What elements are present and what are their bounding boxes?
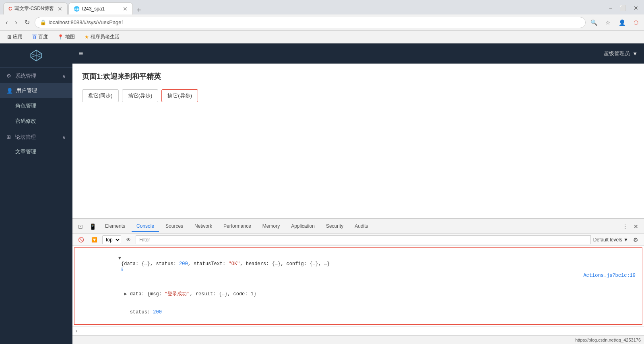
apps-icon: ⊞ <box>7 34 11 40</box>
console-main-text: {data: {…}, status: 200, statusText: "OK… <box>118 261 330 267</box>
devtools-tab-performance[interactable]: Performance <box>219 221 256 232</box>
devtools-panel: ⊡ 📱 Elements Console Sources Network <box>72 218 644 335</box>
sidebar-item-article-label: 文章管理 <box>15 148 36 155</box>
sidebar-item-user-management[interactable]: 👤 用户管理 <box>0 83 72 98</box>
console-expand-arrow[interactable]: ▼ <box>118 255 121 261</box>
back-button[interactable]: ‹ <box>3 17 10 28</box>
sidebar-section-system: ⚙ 系统管理 ∧ 👤 用户管理 角色管理 <box>0 68 72 129</box>
main-header: ≡ 超级管理员 ▼ <box>72 43 644 64</box>
status-url: https://blog.csdn.net/qq_4253176 <box>575 338 641 342</box>
devtools-tab-security[interactable]: Security <box>321 221 348 232</box>
async-button-1[interactable]: 搞它(异步) <box>122 89 159 102</box>
forward-button[interactable]: › <box>12 17 19 28</box>
bookmark-map[interactable]: 📍 地图 <box>55 33 77 41</box>
sidebar-item-role-label: 角色管理 <box>15 102 36 109</box>
devtools-tab-application[interactable]: Application <box>286 221 320 232</box>
blog-icon: ★ <box>85 34 89 40</box>
devtools-close-icon[interactable]: ✕ <box>631 222 641 231</box>
tab-csdn-label: 写文章-CSDN博客 <box>14 5 54 12</box>
context-select[interactable]: top <box>102 235 121 244</box>
console-prompt-bar: › <box>72 326 644 335</box>
settings-icon: ⚙ <box>6 73 11 79</box>
console-info-icon: ℹ <box>118 267 123 273</box>
tab-spa1-label: t243_spa1 <box>82 6 105 12</box>
sidebar-section-forum-header[interactable]: ⊞ 论坛管理 ∧ <box>0 129 72 144</box>
devtools-tab-console[interactable]: Console <box>132 221 159 232</box>
sidebar-item-role-management[interactable]: 角色管理 <box>0 98 72 113</box>
console-line-2: status: 200 <box>78 303 639 321</box>
bookmark-apps[interactable]: ⊞ 应用 <box>5 33 25 41</box>
close-window-button[interactable]: ✕ <box>631 3 641 13</box>
bookmark-blog[interactable]: ★ 程序员老生活 <box>82 33 122 41</box>
bookmark-baidu[interactable]: 百 百度 <box>30 33 50 41</box>
async-button-2[interactable]: 搞它(异步) <box>161 89 198 102</box>
levels-dropdown[interactable]: Default levels ▼ <box>593 237 628 243</box>
devtools-tab-audits[interactable]: Audits <box>350 221 373 232</box>
eye-icon[interactable]: 👁 <box>124 235 133 244</box>
spa1-favicon: 🌐 <box>74 6 80 12</box>
devtools-tab-sources[interactable]: Sources <box>161 221 188 232</box>
devtools-tab-network[interactable]: Network <box>190 221 217 232</box>
devtools-inspect-icon[interactable]: ⊡ <box>76 222 85 231</box>
devtools-tab-elements[interactable]: Elements <box>100 221 130 232</box>
sidebar-item-password-change[interactable]: 密码修改 <box>0 113 72 129</box>
restore-button[interactable]: ⬜ <box>617 3 629 13</box>
logo-icon <box>29 48 43 63</box>
button-group: 盘它(同步) 搞它(异步) 搞它(异步) <box>82 89 634 102</box>
console-filter-icon[interactable]: 🔽 <box>89 235 100 244</box>
app-sidebar: ⚙ 系统管理 ∧ 👤 用户管理 角色管理 <box>0 43 72 344</box>
console-main-line: ▼ {data: {…}, status: 200, statusText: "… <box>78 249 639 284</box>
chevron-down-icon: ∧ <box>62 134 66 140</box>
menu-toggle-icon[interactable]: ≡ <box>79 49 83 58</box>
chevron-up-icon: ∧ <box>62 73 66 79</box>
bookmark-baidu-label: 百度 <box>38 33 48 40</box>
tab-csdn[interactable]: C 写文章-CSDN博客 ✕ <box>3 2 68 14</box>
devtools-settings-icon[interactable]: ⚙ <box>631 235 641 245</box>
console-line-3: statusText: "OK" <box>78 321 639 325</box>
sync-button[interactable]: 盘它(同步) <box>82 89 119 102</box>
console-filter-input[interactable] <box>136 235 591 244</box>
devtools-more-icon[interactable]: ⋮ <box>620 222 630 231</box>
console-clear-icon[interactable]: 🚫 <box>76 235 87 244</box>
sidebar-section-system-header[interactable]: ⚙ 系统管理 ∧ <box>0 68 72 83</box>
sidebar-item-user-label: 用户管理 <box>16 87 37 94</box>
admin-label: 超级管理员 <box>604 50 630 57</box>
admin-dropdown[interactable]: 超级管理员 ▼ <box>604 50 638 57</box>
console-file-link[interactable]: Actions.js?bc1c:19 <box>583 273 636 278</box>
new-tab-button[interactable]: + <box>134 6 144 14</box>
tab-spa1[interactable]: 🌐 t243_spa1 ✕ <box>68 2 133 14</box>
extensions-icon[interactable]: ⬡ <box>631 18 641 27</box>
minimize-button[interactable]: − <box>607 3 615 13</box>
baidu-icon: 百 <box>32 34 37 40</box>
bookmark-map-label: 地图 <box>65 33 75 40</box>
page-title: 页面1:欢迎来到和平精英 <box>82 72 634 81</box>
bookmark-apps-label: 应用 <box>13 33 23 40</box>
sidebar-item-article-management[interactable]: 文章管理 <box>0 144 72 159</box>
account-icon[interactable]: 👤 <box>616 18 628 27</box>
bookmark-blog-label: 程序员老生活 <box>91 33 120 40</box>
url-text: localhost:8088/#/sys/VuexPage1 <box>49 19 124 25</box>
address-icons: 🔍 ☆ 👤 ⬡ <box>588 18 641 27</box>
devtools-control-icons: ⋮ ✕ <box>620 222 641 231</box>
url-bar[interactable]: 🔒 localhost:8088/#/sys/VuexPage1 <box>35 17 586 28</box>
devtools-tab-memory[interactable]: Memory <box>258 221 285 232</box>
search-icon[interactable]: 🔍 <box>588 18 600 27</box>
sidebar-logo <box>0 43 72 68</box>
tab-bar: C 写文章-CSDN博客 ✕ 🌐 t243_spa1 ✕ + − ⬜ ✕ <box>0 0 644 14</box>
status-bar: https://blog.csdn.net/qq_4253176 <box>72 335 644 344</box>
devtools-device-icon[interactable]: 📱 <box>87 222 99 231</box>
browser-content: ⚙ 系统管理 ∧ 👤 用户管理 角色管理 <box>0 43 644 344</box>
console-line-1: ▶ data: {msg: "登录成功", result: {…}, code:… <box>78 284 639 303</box>
tab-csdn-close[interactable]: ✕ <box>58 6 62 12</box>
tab-spa1-close[interactable]: ✕ <box>123 6 128 12</box>
sidebar-section-forum: ⊞ 论坛管理 ∧ 文章管理 <box>0 129 72 159</box>
user-icon: 👤 <box>6 88 13 94</box>
star-icon[interactable]: ☆ <box>603 18 613 27</box>
dropdown-arrow-icon: ▼ <box>632 51 638 57</box>
console-prompt-icon: › <box>76 328 77 334</box>
refresh-button[interactable]: ↻ <box>22 17 32 28</box>
sidebar-section-system-label: ⚙ 系统管理 <box>6 72 36 80</box>
browser-window: C 写文章-CSDN博客 ✕ 🌐 t243_spa1 ✕ + − ⬜ ✕ ‹ ›… <box>0 0 644 344</box>
lock-icon: 🔒 <box>40 19 46 25</box>
console-data-arrow[interactable]: ▶ <box>124 291 127 297</box>
